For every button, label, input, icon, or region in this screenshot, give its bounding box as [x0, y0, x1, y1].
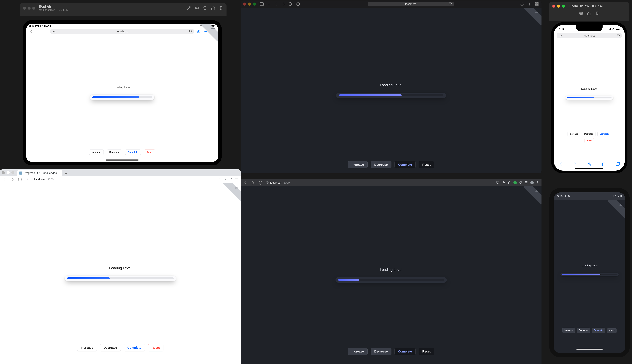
shield-icon[interactable] — [25, 178, 28, 181]
close-window-button[interactable] — [23, 6, 26, 10]
page-info-icon[interactable] — [30, 178, 32, 181]
reload-icon[interactable] — [258, 180, 263, 185]
key-icon[interactable] — [229, 178, 232, 181]
star-icon[interactable] — [508, 181, 511, 185]
shield-icon[interactable] — [288, 2, 292, 6]
bookmark-icon[interactable] — [219, 6, 224, 10]
share-icon[interactable] — [520, 2, 524, 6]
new-tab-icon[interactable] — [527, 2, 532, 6]
close-tab-icon[interactable]: × — [58, 172, 60, 175]
minimize-window-button[interactable] — [248, 2, 251, 6]
home-icon[interactable] — [587, 11, 592, 16]
reset-button[interactable]: Reset — [144, 150, 155, 155]
reset-button[interactable]: Reset — [607, 328, 617, 333]
reload-icon[interactable] — [449, 2, 452, 6]
complete-button[interactable]: Complete — [394, 348, 416, 355]
bookmarks-icon[interactable] — [601, 162, 606, 167]
decrease-button[interactable]: Decrease — [582, 132, 595, 136]
screenshot-icon[interactable] — [579, 11, 583, 16]
wand-icon[interactable] — [186, 6, 191, 10]
extensions-icon[interactable] — [519, 181, 522, 185]
share-icon[interactable] — [587, 162, 592, 167]
screenshot-icon[interactable] — [195, 6, 199, 10]
complete-button[interactable]: Complete — [125, 150, 141, 155]
increase-button[interactable]: Increase — [562, 328, 575, 333]
extension-vue-icon[interactable] — [514, 181, 517, 184]
svg-rect-2 — [204, 7, 206, 10]
complete-button[interactable]: Complete — [598, 132, 611, 136]
decrease-button[interactable]: Decrease — [577, 328, 590, 333]
forward-icon[interactable] — [573, 162, 578, 167]
complete-button[interactable]: Complete — [394, 161, 416, 168]
share-icon[interactable] — [502, 181, 505, 185]
profile-avatar[interactable] — [530, 181, 534, 184]
tab-grid-icon[interactable] — [534, 2, 539, 6]
decrease-button[interactable]: Decrease — [107, 150, 122, 155]
minimize-window-button[interactable] — [6, 171, 10, 174]
iphone-notch — [576, 25, 602, 31]
chrome-url-field[interactable]: localhost:3000 — [25, 178, 215, 181]
reset-button[interactable]: Reset — [419, 348, 434, 355]
url-port: :3000 — [283, 181, 290, 184]
forward-icon[interactable] — [10, 177, 15, 182]
home-icon[interactable] — [211, 6, 216, 10]
tabs-icon[interactable] — [615, 162, 620, 167]
back-icon[interactable] — [243, 180, 248, 185]
window-traffic-lights[interactable] — [23, 6, 36, 10]
increase-button[interactable]: Increase — [77, 344, 97, 351]
increase-button[interactable]: Increase — [89, 150, 104, 155]
window-traffic-lights[interactable] — [552, 4, 565, 8]
svg-rect-13 — [537, 2, 538, 4]
safari-toolbar: localhost — [241, 0, 542, 8]
kebab-icon[interactable] — [536, 181, 539, 184]
chrome-url-field[interactable]: localhost:3000 — [266, 181, 493, 184]
increase-button[interactable]: Increase — [348, 348, 368, 355]
minimize-window-button[interactable] — [557, 4, 560, 8]
minimize-window-button[interactable] — [28, 6, 30, 10]
zoom-window-button[interactable] — [32, 6, 36, 10]
zoom-window-button[interactable] — [12, 171, 14, 174]
decrease-button[interactable]: Decrease — [370, 348, 392, 355]
reset-button[interactable]: Reset — [584, 138, 594, 143]
cast-icon[interactable] — [496, 181, 500, 185]
forward-icon[interactable] — [281, 2, 286, 6]
window-traffic-lights[interactable] — [2, 171, 14, 174]
forward-icon[interactable] — [251, 180, 255, 185]
close-window-button[interactable] — [552, 4, 556, 8]
appearance-icon[interactable] — [296, 2, 300, 6]
back-icon[interactable] — [2, 177, 7, 182]
bookmark-icon[interactable] — [595, 11, 600, 16]
chrome-tabstrip: Progress | GUI Challenges × ＋ — [0, 169, 241, 176]
favicon — [19, 172, 22, 174]
close-window-button[interactable] — [2, 171, 5, 174]
page-info-icon[interactable] — [266, 181, 269, 184]
svg-point-21 — [537, 182, 538, 183]
decrease-button[interactable]: Decrease — [100, 344, 121, 351]
chevron-down-icon[interactable] — [267, 2, 271, 6]
hamburger-icon[interactable] — [235, 178, 238, 182]
increase-button[interactable]: Increase — [348, 161, 368, 168]
back-icon[interactable] — [558, 162, 563, 167]
decrease-button[interactable]: Decrease — [370, 161, 392, 168]
rotate-icon[interactable] — [203, 6, 207, 10]
reset-button[interactable]: Reset — [419, 161, 434, 168]
zoom-window-button[interactable] — [562, 4, 565, 8]
safari-url-field[interactable]: localhost — [368, 2, 454, 6]
reading-list-icon[interactable] — [525, 181, 528, 185]
new-tab-button[interactable]: ＋ — [63, 171, 68, 176]
eyedropper-icon[interactable] — [224, 178, 227, 181]
sidebar-icon[interactable] — [259, 2, 264, 6]
increase-button[interactable]: Increase — [568, 132, 580, 136]
reload-icon[interactable] — [18, 177, 22, 182]
svg-point-22 — [537, 183, 538, 184]
browser-tab[interactable]: Progress | GUI Challenges × — [17, 170, 62, 176]
zoom-window-button[interactable] — [253, 2, 256, 6]
complete-button[interactable]: Complete — [592, 328, 605, 333]
dev-sash — [200, 24, 218, 42]
close-window-button[interactable] — [243, 2, 246, 6]
window-traffic-lights[interactable] — [243, 2, 256, 6]
reset-button[interactable]: Reset — [148, 344, 164, 351]
back-icon[interactable] — [274, 2, 278, 6]
complete-button[interactable]: Complete — [124, 344, 145, 351]
star-icon[interactable] — [218, 178, 221, 182]
